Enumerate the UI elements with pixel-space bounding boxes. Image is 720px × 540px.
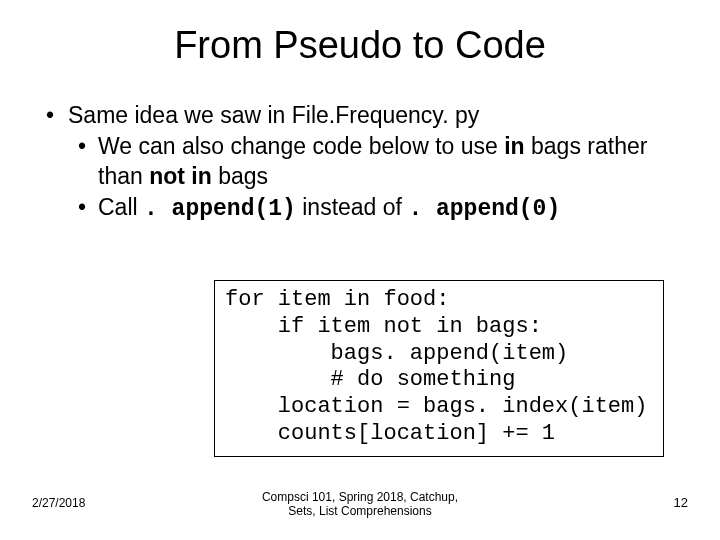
code-inline: . append(0) xyxy=(408,196,560,222)
code-line: location = bags. index(item) xyxy=(225,394,653,421)
footer-line1: Compsci 101, Spring 2018, Catchup, xyxy=(262,490,458,504)
text-fragment: bags xyxy=(212,163,268,189)
bullet-level2-a: We can also change code below to use in … xyxy=(40,132,680,191)
code-line: if item not in bags: xyxy=(225,314,653,341)
code-inline: . append(1) xyxy=(144,196,296,222)
footer-line2: Sets, List Comprehensions xyxy=(262,504,458,518)
code-line: counts[location] += 1 xyxy=(225,421,653,448)
emph-in: in xyxy=(504,133,524,159)
code-block: for item in food: if item not in bags: b… xyxy=(214,280,664,457)
slide: From Pseudo to Code Same idea we saw in … xyxy=(0,0,720,540)
text-fragment: We can also change code below to use xyxy=(98,133,504,159)
bullet-level2-b: Call . append(1) instead of . append(0) xyxy=(40,193,680,224)
emph-notin: not in xyxy=(149,163,212,189)
bullet-level1: Same idea we saw in File.Frequency. py xyxy=(40,101,680,130)
slide-title: From Pseudo to Code xyxy=(40,24,680,67)
code-line: bags. append(item) xyxy=(225,341,653,368)
bullet-text: Same idea we saw in File.Frequency. py xyxy=(68,102,479,128)
code-line: for item in food: xyxy=(225,287,653,314)
text-fragment: Call xyxy=(98,194,144,220)
footer-page-number: 12 xyxy=(674,495,688,510)
text-fragment: instead of xyxy=(296,194,409,220)
slide-body: Same idea we saw in File.Frequency. py W… xyxy=(40,101,680,225)
code-line: # do something xyxy=(225,367,653,394)
footer-center: Compsci 101, Spring 2018, Catchup, Sets,… xyxy=(0,490,720,518)
